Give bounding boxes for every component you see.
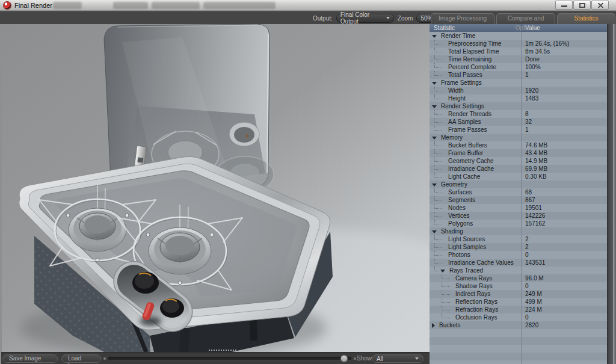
table-row: Percent Complete100% bbox=[430, 63, 607, 71]
tab-statistics[interactable]: Statistics bbox=[557, 13, 615, 24]
stat-value: 0.30 KB bbox=[522, 173, 607, 180]
maximize-button[interactable] bbox=[573, 1, 591, 10]
tree-line bbox=[432, 71, 448, 79]
stats-rows: Render TimePreprocessing Time1m 26.4s, (… bbox=[430, 32, 607, 364]
tab-image-processing[interactable]: Image Processing bbox=[431, 13, 494, 24]
stat-value: 0 bbox=[522, 282, 607, 290]
table-row: Vertices142226 bbox=[430, 212, 607, 220]
zoom-label: Zoom bbox=[398, 15, 413, 22]
table-row: Bucket Buffers74.6 MB bbox=[430, 141, 607, 149]
stat-label: Surfaces bbox=[448, 188, 472, 196]
table-row: Indirect Rays249 M bbox=[430, 290, 607, 298]
collapse-arrow-icon[interactable] bbox=[432, 137, 437, 140]
collapse-arrow-icon[interactable] bbox=[432, 82, 437, 85]
save-image-button[interactable]: Save Image bbox=[2, 354, 58, 363]
pan-slider[interactable] bbox=[108, 357, 351, 360]
splitter-grip[interactable] bbox=[209, 350, 236, 351]
output-dropdown-value: Final Color Output bbox=[340, 11, 383, 25]
collapse-arrow-icon[interactable] bbox=[432, 230, 437, 233]
stat-value: 499 M bbox=[522, 298, 607, 306]
tree-line bbox=[432, 141, 448, 149]
tree-line bbox=[432, 157, 448, 165]
stat-label: Frame Passes bbox=[448, 126, 487, 134]
stat-label: Light Cache bbox=[448, 173, 480, 180]
stat-label: Total Elapsed Time bbox=[448, 48, 499, 55]
table-row: Reflection Rays499 M bbox=[430, 298, 607, 306]
stat-value: 14.9 MB bbox=[522, 157, 607, 165]
stat-label: Preprocessing Time bbox=[448, 40, 501, 48]
window-title: Final Render bbox=[14, 2, 52, 9]
stat-value: 1920 bbox=[522, 87, 607, 94]
stat-label: Geometry Cache bbox=[448, 157, 494, 165]
show-dropdown[interactable]: All bbox=[372, 354, 424, 363]
stat-value: 867 bbox=[522, 196, 607, 204]
stat-value: 100% bbox=[522, 63, 607, 71]
stat-label: Time Remaining bbox=[448, 55, 491, 63]
stat-value: 43.4 MB bbox=[522, 149, 607, 157]
stat-label: Reflection Rays bbox=[455, 298, 497, 306]
tree-line bbox=[432, 298, 455, 306]
stat-label: Irradiance Cache bbox=[448, 165, 494, 173]
stat-label: Irradiance Cache Values bbox=[448, 259, 514, 267]
tree-line bbox=[432, 110, 448, 118]
table-row: Light Cache0.30 KB bbox=[430, 173, 607, 180]
stat-label: Percent Complete bbox=[448, 63, 496, 71]
statistics-panel: Statistic Value Render TimePreprocessing… bbox=[430, 24, 607, 364]
table-row: Segments867 bbox=[430, 196, 607, 204]
table-row: Total Elapsed Time8m 34.5s bbox=[430, 48, 607, 55]
stat-value: 249 M bbox=[522, 290, 607, 298]
tree-line bbox=[432, 87, 448, 94]
stat-value: 8 bbox=[522, 110, 607, 118]
vertical-scrollbar[interactable] bbox=[607, 24, 613, 364]
tab-compare-and-options[interactable]: Compare and Options bbox=[496, 13, 555, 24]
tree-line bbox=[432, 165, 448, 173]
table-row: Memory bbox=[430, 134, 607, 141]
collapse-arrow-icon[interactable] bbox=[432, 35, 437, 38]
minimize-button[interactable] bbox=[555, 1, 573, 10]
tree-line bbox=[432, 126, 448, 134]
stat-value bbox=[522, 102, 607, 110]
table-row: Polygons157162 bbox=[430, 220, 607, 227]
table-row-empty bbox=[430, 345, 607, 353]
expand-arrow-icon[interactable] bbox=[432, 323, 435, 328]
tree-line bbox=[432, 55, 448, 63]
stat-value: 2 bbox=[522, 235, 607, 243]
render-viewport bbox=[2, 24, 430, 352]
table-row: Shadow Rays0 bbox=[430, 282, 607, 290]
table-row: Shading bbox=[430, 227, 607, 235]
stat-value: 69.9 MB bbox=[522, 165, 607, 173]
app-icon bbox=[4, 2, 11, 9]
stat-label: Vertices bbox=[448, 212, 470, 220]
close-button[interactable] bbox=[591, 1, 609, 10]
tree-line bbox=[432, 40, 448, 48]
stat-value: 0 bbox=[522, 251, 607, 259]
load-image-button[interactable]: Load Image bbox=[61, 354, 101, 363]
tree-line bbox=[432, 243, 448, 251]
collapse-arrow-icon[interactable] bbox=[432, 184, 437, 187]
stat-label: Shadow Rays bbox=[455, 282, 493, 290]
tree-line bbox=[432, 149, 448, 157]
stat-value: 8m 34.5s bbox=[522, 48, 607, 55]
table-row-empty bbox=[430, 360, 607, 364]
pan-slider-thumb[interactable] bbox=[340, 355, 348, 362]
background-window-ghost bbox=[53, 2, 82, 9]
stat-label: Geometry bbox=[441, 180, 467, 188]
background-window-ghost bbox=[113, 2, 148, 9]
table-row: Nodes19501 bbox=[430, 204, 607, 212]
stat-value: 143531 bbox=[522, 259, 607, 267]
stat-value bbox=[522, 79, 607, 87]
collapse-arrow-icon[interactable] bbox=[432, 105, 437, 108]
stat-label: Render Settings bbox=[441, 102, 484, 110]
column-header-statistic[interactable]: Statistic bbox=[430, 24, 522, 32]
render-image bbox=[2, 24, 430, 352]
stat-label: Frame Buffer bbox=[448, 149, 483, 157]
stat-value: 1483 bbox=[522, 94, 607, 102]
stat-label: Width bbox=[448, 87, 464, 94]
stat-value: 2820 bbox=[522, 321, 607, 329]
bottom-bar: Save Image Load Image Show All bbox=[1, 352, 430, 364]
chevron-down-icon bbox=[386, 17, 390, 19]
table-row: Geometry Cache14.9 MB bbox=[430, 157, 607, 165]
output-dropdown[interactable]: Final Color Output bbox=[336, 14, 394, 23]
table-row: Occlusion Rays0 bbox=[430, 313, 607, 321]
output-label: Output: bbox=[313, 15, 333, 22]
